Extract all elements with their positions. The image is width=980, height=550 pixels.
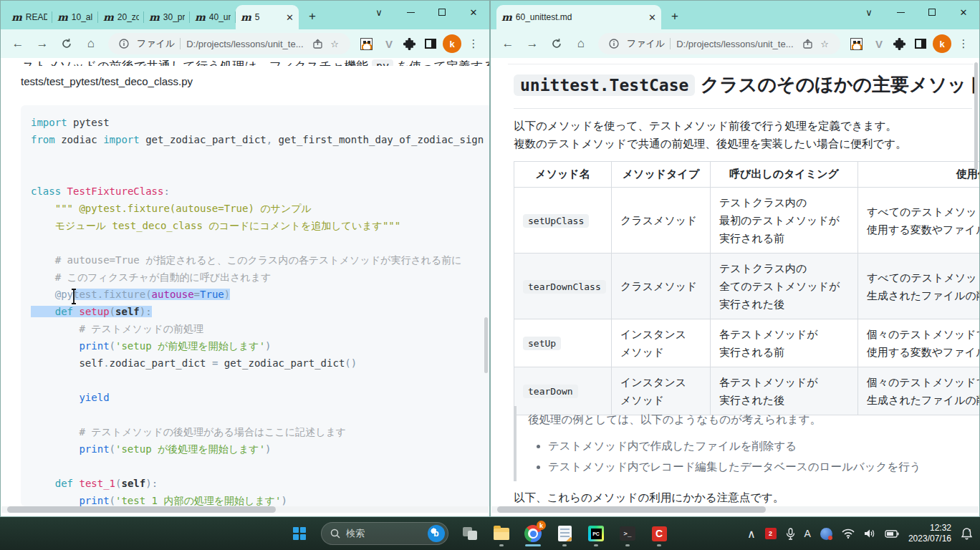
- method-name-code: tearDownClass: [523, 280, 606, 294]
- horizontal-scrollbar[interactable]: [491, 506, 979, 513]
- browser-menu-icon[interactable]: ⋮: [463, 34, 484, 54]
- vertical-scrollbar[interactable]: [974, 62, 978, 170]
- code-line: class TestFixtureClass:: [31, 183, 489, 200]
- new-tab-button[interactable]: +: [666, 7, 684, 26]
- quote-bullet: テストメソッド内で作成したファイルを削除する: [548, 437, 974, 455]
- title-bar[interactable]: mREADMEm10_alm20_zom30_prm40_unm5✕ + ∨ ✕: [1, 1, 489, 29]
- terminal-icon[interactable]: >_: [613, 519, 642, 548]
- chrome-icon[interactable]: k: [519, 519, 547, 548]
- share-icon[interactable]: [799, 39, 816, 49]
- code-line: [31, 234, 489, 251]
- tab-label: 30_pr: [163, 12, 185, 22]
- wifi-icon[interactable]: [842, 529, 855, 539]
- code-line: def test_1(self):: [31, 475, 489, 492]
- maximize-button[interactable]: [916, 1, 948, 24]
- extensions-puzzle-icon[interactable]: [399, 34, 419, 54]
- close-button[interactable]: ✕: [458, 1, 489, 24]
- task-view-button[interactable]: [456, 519, 484, 548]
- tray-app-badge-icon[interactable]: 2: [765, 528, 777, 539]
- code-line: # テストメソッドの後処理がある場合はここに記述します: [31, 423, 489, 440]
- bing-icon[interactable]: b: [428, 525, 445, 542]
- browser-tab[interactable]: m60_unittest.md✕: [496, 5, 661, 29]
- url-text[interactable]: D:/projects/lessons/unit_te...: [676, 39, 799, 49]
- text-cursor: [69, 289, 78, 304]
- tab-close-icon[interactable]: ✕: [648, 12, 656, 23]
- browser-tab[interactable]: m30_pr: [144, 5, 190, 29]
- browser-tab[interactable]: mREADME: [6, 5, 52, 29]
- markdown-icon: m: [57, 11, 68, 23]
- tray-chevron-icon[interactable]: ∧: [747, 527, 756, 541]
- microphone-icon[interactable]: [786, 528, 795, 540]
- info-icon[interactable]: [115, 39, 133, 49]
- tab-search-chevron-icon[interactable]: ∨: [363, 1, 395, 24]
- forward-icon[interactable]: →: [31, 32, 54, 55]
- side-panel-icon[interactable]: [421, 34, 441, 54]
- close-button[interactable]: ✕: [948, 1, 979, 24]
- browser-tab[interactable]: m40_un: [190, 5, 236, 29]
- browser-tab[interactable]: m20_zo: [98, 5, 144, 29]
- reload-icon[interactable]: [55, 32, 78, 55]
- taskbar-clock[interactable]: 12:32 2023/07/16: [908, 523, 951, 544]
- tab-close-icon[interactable]: ✕: [286, 12, 294, 23]
- vertical-scrollbar[interactable]: [484, 317, 488, 373]
- browser-menu-icon[interactable]: ⋮: [953, 34, 974, 54]
- home-icon[interactable]: ⌂: [570, 32, 592, 55]
- windows-taskbar: 検索 b k PC >_ C ∧ 2 A 12:32 2023/07/16: [0, 517, 980, 550]
- markdown-viewer-extension-icon[interactable]: [356, 34, 376, 54]
- back-icon[interactable]: ←: [496, 32, 519, 55]
- file-explorer-icon[interactable]: [487, 519, 516, 548]
- title-bar[interactable]: m60_unittest.md✕ + ∨ ✕: [491, 1, 979, 29]
- vue-devtools-icon[interactable]: V: [378, 34, 398, 54]
- url-text[interactable]: D:/projects/lessons/unit_te...: [186, 39, 309, 49]
- minimize-button[interactable]: [395, 1, 426, 24]
- markdown-preview-right: unittest.TestCase クラスのそのほかの主要メソッド 以下のメソッ…: [491, 58, 979, 516]
- tab-label: 20_zo: [117, 12, 139, 22]
- horizontal-scrollbar[interactable]: [1, 506, 489, 513]
- divider: [180, 38, 181, 49]
- address-bar[interactable]: ファイル D:/projects/lessons/unit_te... ☆: [108, 33, 350, 54]
- home-icon[interactable]: ⌂: [80, 32, 102, 55]
- info-icon[interactable]: [605, 39, 623, 49]
- tab-search-chevron-icon[interactable]: ∨: [853, 1, 885, 24]
- notepad-icon[interactable]: [550, 519, 579, 548]
- bookmark-star-icon[interactable]: ☆: [326, 39, 343, 49]
- ime-indicator[interactable]: A: [804, 528, 811, 539]
- tab-label: 5: [255, 12, 282, 22]
- profile-avatar[interactable]: k: [932, 34, 952, 54]
- markdown-viewer-extension-icon[interactable]: [846, 34, 866, 54]
- code-line: [31, 148, 489, 165]
- notification-bell-icon[interactable]: z: [961, 527, 973, 540]
- back-icon[interactable]: ←: [6, 32, 29, 55]
- browser-tab[interactable]: m10_al: [52, 5, 98, 29]
- bookmark-star-icon[interactable]: ☆: [816, 39, 833, 49]
- browser-tab[interactable]: m5✕: [236, 5, 299, 29]
- forward-icon[interactable]: →: [521, 32, 544, 55]
- page-title: unittest.TestCase クラスのそのほかの主要メソッド: [514, 72, 976, 97]
- code-line: # autouse=True が指定されると、このクラス内の各テストメソッドが実…: [31, 251, 489, 269]
- table-row: tearDownClassクラスメソッドテストクラス内の全てのテストメソッドが実…: [514, 254, 980, 319]
- method-name-code: setUp: [523, 337, 561, 350]
- profile-avatar[interactable]: k: [442, 34, 462, 54]
- table-cell: すべてのテストメソッドで生成されたファイルの削除: [858, 254, 980, 319]
- extensions-puzzle-icon[interactable]: [889, 34, 909, 54]
- new-tab-button[interactable]: +: [303, 7, 322, 26]
- share-icon[interactable]: [309, 39, 326, 49]
- pycharm-icon[interactable]: PC: [582, 519, 610, 548]
- battery-icon[interactable]: [885, 530, 899, 538]
- search-input[interactable]: 検索 b: [321, 522, 448, 545]
- side-panel-icon[interactable]: [911, 34, 931, 54]
- heading-underline: [514, 108, 972, 109]
- browser-window-right: m60_unittest.md✕ + ∨ ✕ ← → ⌂ ファイル D:/pro…: [490, 0, 980, 517]
- tab-label: 60_unittest.md: [516, 12, 644, 22]
- start-button[interactable]: [285, 519, 314, 548]
- table-cell: テストクラス内の全てのテストメソッドが実行された後: [711, 254, 858, 319]
- vue-devtools-icon[interactable]: V: [868, 34, 888, 54]
- address-bar[interactable]: ファイル D:/projects/lessons/unit_te... ☆: [598, 33, 840, 54]
- reload-icon[interactable]: [545, 32, 568, 55]
- minimize-button[interactable]: [885, 1, 916, 24]
- maximize-button[interactable]: [426, 1, 458, 24]
- tray-blue-app-icon[interactable]: [820, 528, 832, 540]
- markdown-icon: m: [501, 11, 512, 23]
- clibor-icon[interactable]: C: [645, 519, 673, 548]
- volume-icon[interactable]: [864, 529, 875, 539]
